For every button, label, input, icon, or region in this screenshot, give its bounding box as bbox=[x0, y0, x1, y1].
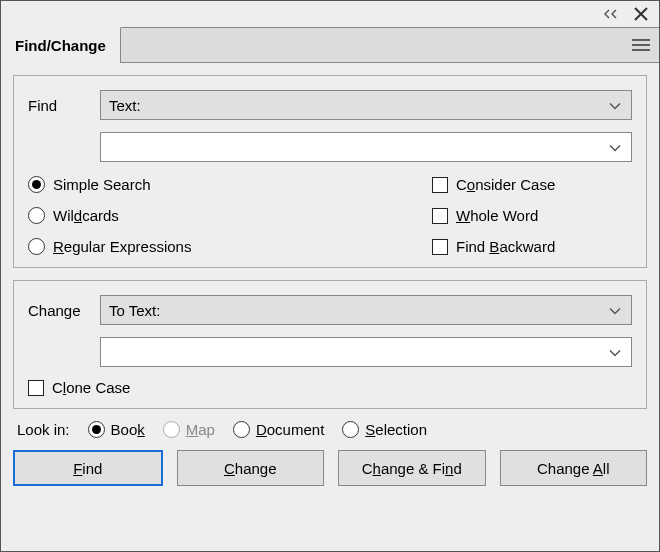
radio-regular-expressions[interactable]: Regular Expressions bbox=[28, 238, 432, 255]
change-button[interactable]: Change bbox=[177, 450, 325, 486]
radio-icon bbox=[342, 421, 359, 438]
radio-look-map: Map bbox=[163, 421, 215, 438]
checkbox-icon bbox=[432, 177, 448, 193]
close-icon[interactable] bbox=[631, 4, 651, 24]
chevron-down-icon bbox=[609, 344, 621, 361]
button-row: Find Change Change & Find Change All bbox=[13, 450, 647, 486]
check-find-backward[interactable]: Find Backward bbox=[432, 238, 632, 255]
window-header bbox=[1, 1, 659, 28]
radio-wildcards[interactable]: Wildcards bbox=[28, 207, 432, 224]
change-type-select[interactable]: To Text: bbox=[100, 295, 632, 325]
change-text-input[interactable] bbox=[100, 337, 632, 367]
change-and-find-button[interactable]: Change & Find bbox=[338, 450, 486, 486]
checkbox-icon bbox=[432, 208, 448, 224]
find-text-input[interactable] bbox=[100, 132, 632, 162]
dialog-content: Find Text: bbox=[1, 63, 659, 498]
check-consider-case[interactable]: Consider Case bbox=[432, 176, 632, 193]
radio-icon bbox=[88, 421, 105, 438]
change-label: Change bbox=[28, 302, 100, 319]
radio-look-document[interactable]: Document bbox=[233, 421, 324, 438]
radio-look-selection[interactable]: Selection bbox=[342, 421, 427, 438]
find-type-select[interactable]: Text: bbox=[100, 90, 632, 120]
look-in-row: Look in: Book Map Document Selection bbox=[17, 421, 647, 438]
radio-icon bbox=[163, 421, 180, 438]
tab-label: Find/Change bbox=[15, 37, 106, 54]
chevron-down-icon bbox=[609, 97, 621, 114]
radio-look-book[interactable]: Book bbox=[88, 421, 145, 438]
collapse-icon[interactable] bbox=[603, 7, 623, 21]
radio-icon bbox=[28, 176, 45, 193]
tab-find-change[interactable]: Find/Change bbox=[1, 27, 121, 62]
look-in-label: Look in: bbox=[17, 421, 70, 438]
find-change-dialog: Find/Change Find Text: bbox=[0, 0, 660, 552]
change-all-button[interactable]: Change All bbox=[500, 450, 648, 486]
find-group: Find Text: bbox=[13, 75, 647, 268]
radio-icon bbox=[233, 421, 250, 438]
tab-bar: Find/Change bbox=[1, 28, 659, 63]
radio-icon bbox=[28, 207, 45, 224]
panel-menu-icon[interactable] bbox=[623, 28, 659, 62]
checkbox-icon bbox=[28, 380, 44, 396]
radio-simple-search[interactable]: Simple Search bbox=[28, 176, 432, 193]
find-label: Find bbox=[28, 97, 100, 114]
chevron-down-icon bbox=[609, 139, 621, 156]
chevron-down-icon bbox=[609, 302, 621, 319]
checkbox-icon bbox=[432, 239, 448, 255]
check-clone-case[interactable]: Clone Case bbox=[28, 379, 632, 396]
find-type-value: Text: bbox=[109, 97, 141, 114]
change-group: Change To Text: Clone Case bbox=[13, 280, 647, 409]
find-button[interactable]: Find bbox=[13, 450, 163, 486]
change-type-value: To Text: bbox=[109, 302, 160, 319]
radio-icon bbox=[28, 238, 45, 255]
check-whole-word[interactable]: Whole Word bbox=[432, 207, 632, 224]
